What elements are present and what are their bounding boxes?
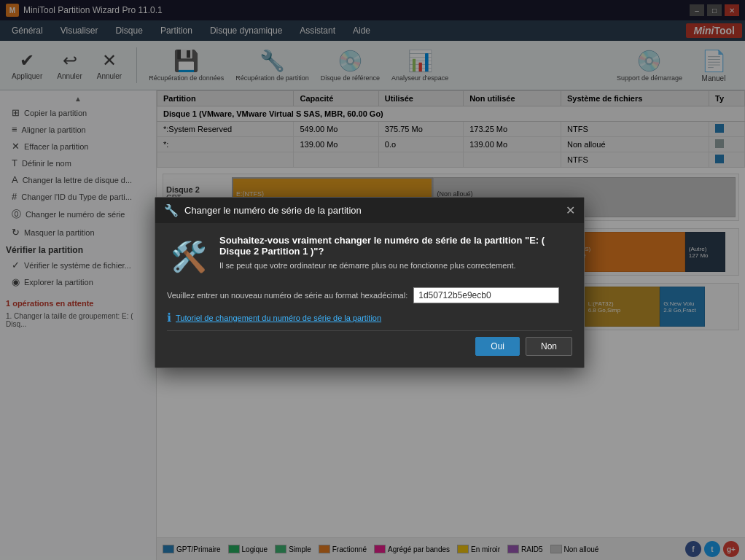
dialog-close-button[interactable]: ✕ xyxy=(566,203,575,217)
dialog-title-icon: 🔧 xyxy=(164,203,179,217)
dialog-title-bar: 🔧 Changer le numéro de série de la parti… xyxy=(155,198,584,223)
dialog-body: 🛠️ Souhaitez-vous vraiment changer le nu… xyxy=(155,223,584,368)
dialog-main-question: Souhaitez-vous vraiment changer le numér… xyxy=(219,235,572,257)
dialog-image: 🛠️ xyxy=(167,235,211,279)
dialog-input-label: Veuillez entrer un nouveau numéro de sér… xyxy=(167,291,407,300)
dialog-serial-input[interactable] xyxy=(413,287,559,303)
dialog-input-row: Veuillez entrer un nouveau numéro de sér… xyxy=(167,287,572,303)
dialog-text: Souhaitez-vous vraiment changer le numér… xyxy=(219,235,572,279)
dialog-link-row: ℹ Tutoriel de changement du numéro de sé… xyxy=(167,311,572,324)
dialog-link-icon: ℹ xyxy=(167,311,171,324)
dialog-subtitle: Il se peut que votre ordinateur ne démar… xyxy=(219,261,572,270)
change-serial-dialog: 🔧 Changer le numéro de série de la parti… xyxy=(155,197,585,368)
dialog-buttons: Oui Non xyxy=(167,330,572,356)
dialog-title: Changer le numéro de série de la partiti… xyxy=(184,205,362,216)
dialog-yes-button[interactable]: Oui xyxy=(475,337,520,356)
dialog-content-row: 🛠️ Souhaitez-vous vraiment changer le nu… xyxy=(167,235,572,279)
dialog-tutorial-link[interactable]: Tutoriel de changement du numéro de séri… xyxy=(176,314,381,322)
dialog-overlay: 🔧 Changer le numéro de série de la parti… xyxy=(0,0,745,560)
dialog-no-button[interactable]: Non xyxy=(526,337,572,356)
